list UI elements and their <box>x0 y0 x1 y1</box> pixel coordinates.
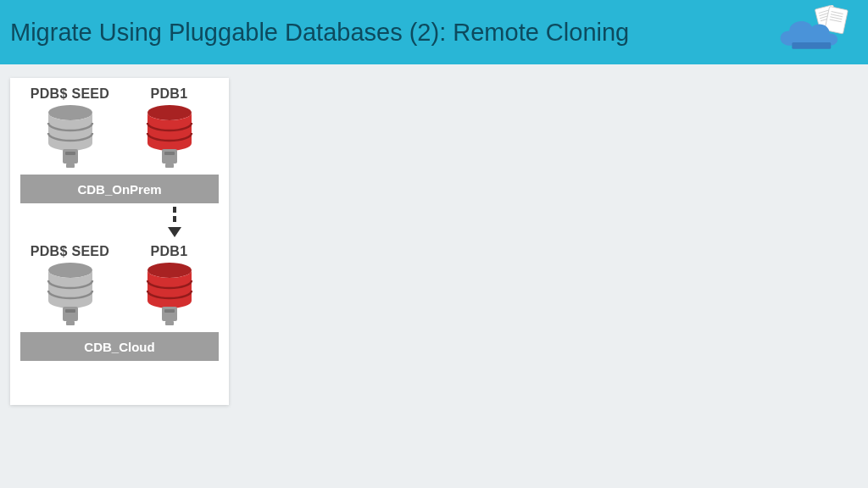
pdb-seed-cloud: PDB$ SEED <box>25 244 114 328</box>
pdb1-cloud: PDB1 <box>125 244 214 328</box>
cdb-cloud-bar: CDB_Cloud <box>20 332 219 361</box>
svg-rect-16 <box>162 149 177 164</box>
pdb1-label: PDB1 <box>151 86 188 102</box>
pdb-seed-onprem: PDB$ SEED <box>25 86 114 170</box>
svg-point-15 <box>147 105 192 120</box>
svg-rect-14 <box>65 152 75 155</box>
svg-rect-27 <box>164 309 175 313</box>
slide-title: Migrate Using Pluggable Databases (2): R… <box>10 19 629 47</box>
arrow-down-wrap <box>20 203 219 242</box>
svg-point-24 <box>147 263 192 278</box>
database-red-icon <box>143 262 196 328</box>
svg-rect-25 <box>162 307 177 321</box>
svg-rect-13 <box>66 164 75 168</box>
bottom-db-row: PDB$ SEED PDB1 <box>20 242 219 328</box>
svg-rect-12 <box>63 149 78 164</box>
top-db-row: PDB$ SEED PDB1 <box>20 85 219 170</box>
pdb-seed-label: PDB$ SEED <box>31 86 109 102</box>
svg-rect-10 <box>792 42 831 49</box>
pdb1-label: PDB1 <box>151 244 188 259</box>
svg-rect-17 <box>165 164 174 168</box>
cdb-onprem-bar: CDB_OnPrem <box>20 175 219 203</box>
pdb-seed-label: PDB$ SEED <box>31 244 109 259</box>
svg-point-11 <box>48 105 92 120</box>
database-red-icon <box>143 104 196 170</box>
svg-rect-23 <box>65 309 75 313</box>
svg-rect-21 <box>63 307 78 321</box>
database-gray-icon <box>44 262 97 328</box>
database-gray-icon <box>44 104 97 170</box>
svg-rect-26 <box>165 321 174 325</box>
diagram-panel: PDB$ SEED PDB1 CDB_ <box>10 78 229 405</box>
svg-point-20 <box>48 263 92 278</box>
pdb1-onprem: PDB1 <box>125 86 214 170</box>
svg-rect-22 <box>66 321 75 325</box>
slide-header: Migrate Using Pluggable Databases (2): R… <box>0 0 868 64</box>
cloud-documents-icon <box>771 5 851 59</box>
svg-rect-18 <box>164 152 175 155</box>
arrow-down-icon <box>166 205 183 241</box>
